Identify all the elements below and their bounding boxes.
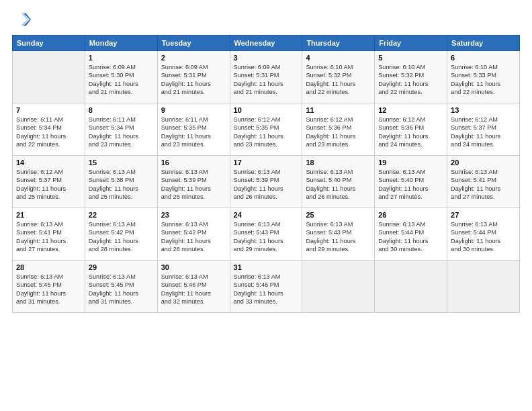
calendar-cell: 23Sunrise: 6:13 AM Sunset: 5:42 PM Dayli… [157, 208, 230, 261]
calendar-cell [13, 51, 85, 103]
weekday-sunday: Sunday [13, 36, 85, 51]
calendar-week-3: 14Sunrise: 6:12 AM Sunset: 5:37 PM Dayli… [13, 156, 520, 208]
day-number: 30 [161, 263, 226, 271]
calendar-cell: 1Sunrise: 6:09 AM Sunset: 5:30 PM Daylig… [85, 51, 157, 103]
calendar-cell: 27Sunrise: 6:13 AM Sunset: 5:44 PM Dayli… [447, 208, 520, 261]
day-info: Sunrise: 6:09 AM Sunset: 5:30 PM Dayligh… [89, 63, 154, 97]
day-number: 16 [161, 158, 226, 167]
day-info: Sunrise: 6:13 AM Sunset: 5:43 PM Dayligh… [306, 220, 371, 254]
day-info: Sunrise: 6:12 AM Sunset: 5:37 PM Dayligh… [16, 168, 81, 201]
day-info: Sunrise: 6:13 AM Sunset: 5:42 PM Dayligh… [89, 220, 154, 254]
day-number: 29 [89, 263, 154, 271]
day-info: Sunrise: 6:13 AM Sunset: 5:46 PM Dayligh… [161, 273, 226, 306]
day-info: Sunrise: 6:13 AM Sunset: 5:40 PM Dayligh… [378, 168, 443, 201]
calendar-cell: 25Sunrise: 6:13 AM Sunset: 5:43 PM Dayli… [302, 208, 375, 261]
calendar-cell: 29Sunrise: 6:13 AM Sunset: 5:45 PM Dayli… [85, 261, 157, 313]
day-info: Sunrise: 6:13 AM Sunset: 5:40 PM Dayligh… [306, 168, 371, 201]
day-info: Sunrise: 6:12 AM Sunset: 5:37 PM Dayligh… [451, 116, 516, 149]
weekday-tuesday: Tuesday [157, 36, 230, 51]
day-number: 10 [234, 106, 299, 114]
calendar-week-1: 1Sunrise: 6:09 AM Sunset: 5:30 PM Daylig… [13, 51, 520, 103]
calendar-cell: 5Sunrise: 6:10 AM Sunset: 5:32 PM Daylig… [375, 51, 447, 103]
logo [12, 11, 34, 30]
calendar-cell: 7Sunrise: 6:11 AM Sunset: 5:34 PM Daylig… [13, 103, 85, 156]
day-number: 2 [161, 54, 226, 62]
calendar-cell: 30Sunrise: 6:13 AM Sunset: 5:46 PM Dayli… [157, 261, 230, 313]
day-number: 5 [378, 54, 443, 62]
day-info: Sunrise: 6:13 AM Sunset: 5:45 PM Dayligh… [16, 273, 81, 306]
day-info: Sunrise: 6:12 AM Sunset: 5:35 PM Dayligh… [234, 116, 299, 149]
calendar-cell [447, 261, 520, 313]
calendar-header: SundayMondayTuesdayWednesdayThursdayFrid… [13, 36, 520, 51]
day-info: Sunrise: 6:13 AM Sunset: 5:43 PM Dayligh… [234, 220, 299, 254]
calendar-cell: 6Sunrise: 6:10 AM Sunset: 5:33 PM Daylig… [447, 51, 520, 103]
calendar-cell: 10Sunrise: 6:12 AM Sunset: 5:35 PM Dayli… [230, 103, 302, 156]
day-info: Sunrise: 6:12 AM Sunset: 5:36 PM Dayligh… [378, 116, 443, 149]
day-number: 15 [89, 158, 154, 167]
day-number: 13 [451, 106, 516, 114]
calendar-cell: 8Sunrise: 6:11 AM Sunset: 5:34 PM Daylig… [85, 103, 157, 156]
calendar-week-2: 7Sunrise: 6:11 AM Sunset: 5:34 PM Daylig… [13, 103, 520, 156]
day-info: Sunrise: 6:13 AM Sunset: 5:41 PM Dayligh… [451, 168, 516, 201]
calendar-cell: 13Sunrise: 6:12 AM Sunset: 5:37 PM Dayli… [447, 103, 520, 156]
day-info: Sunrise: 6:13 AM Sunset: 5:39 PM Dayligh… [161, 168, 226, 201]
calendar-cell: 16Sunrise: 6:13 AM Sunset: 5:39 PM Dayli… [157, 156, 230, 208]
day-info: Sunrise: 6:11 AM Sunset: 5:35 PM Dayligh… [161, 116, 226, 149]
day-number: 31 [234, 263, 299, 271]
day-number: 8 [89, 106, 154, 114]
weekday-thursday: Thursday [302, 36, 375, 51]
day-number: 28 [16, 263, 81, 271]
day-number: 22 [89, 211, 154, 219]
day-number: 25 [306, 211, 371, 219]
weekday-saturday: Saturday [447, 36, 520, 51]
day-number: 18 [306, 158, 371, 167]
day-info: Sunrise: 6:13 AM Sunset: 5:38 PM Dayligh… [89, 168, 154, 201]
day-number: 23 [161, 211, 226, 219]
day-info: Sunrise: 6:10 AM Sunset: 5:32 PM Dayligh… [306, 63, 371, 97]
calendar-cell: 28Sunrise: 6:13 AM Sunset: 5:45 PM Dayli… [13, 261, 85, 313]
day-number: 12 [378, 106, 443, 114]
calendar-cell: 15Sunrise: 6:13 AM Sunset: 5:38 PM Dayli… [85, 156, 157, 208]
calendar-cell: 3Sunrise: 6:09 AM Sunset: 5:31 PM Daylig… [230, 51, 302, 103]
day-number: 14 [16, 158, 81, 167]
day-info: Sunrise: 6:13 AM Sunset: 5:45 PM Dayligh… [89, 273, 154, 306]
day-info: Sunrise: 6:10 AM Sunset: 5:33 PM Dayligh… [451, 63, 516, 97]
day-number: 7 [16, 106, 81, 114]
day-number: 3 [234, 54, 299, 62]
day-info: Sunrise: 6:13 AM Sunset: 5:42 PM Dayligh… [161, 220, 226, 254]
day-info: Sunrise: 6:13 AM Sunset: 5:39 PM Dayligh… [234, 168, 299, 201]
day-info: Sunrise: 6:09 AM Sunset: 5:31 PM Dayligh… [161, 63, 226, 97]
calendar-week-4: 21Sunrise: 6:13 AM Sunset: 5:41 PM Dayli… [13, 208, 520, 261]
calendar-cell: 20Sunrise: 6:13 AM Sunset: 5:41 PM Dayli… [447, 156, 520, 208]
day-number: 17 [234, 158, 299, 167]
calendar-cell: 21Sunrise: 6:13 AM Sunset: 5:41 PM Dayli… [13, 208, 85, 261]
calendar-cell: 12Sunrise: 6:12 AM Sunset: 5:36 PM Dayli… [375, 103, 447, 156]
calendar-cell: 11Sunrise: 6:12 AM Sunset: 5:36 PM Dayli… [302, 103, 375, 156]
header [12, 11, 520, 30]
day-number: 24 [234, 211, 299, 219]
calendar-cell: 4Sunrise: 6:10 AM Sunset: 5:32 PM Daylig… [302, 51, 375, 103]
calendar-cell: 24Sunrise: 6:13 AM Sunset: 5:43 PM Dayli… [230, 208, 302, 261]
calendar-body: 1Sunrise: 6:09 AM Sunset: 5:30 PM Daylig… [13, 51, 520, 313]
day-info: Sunrise: 6:11 AM Sunset: 5:34 PM Dayligh… [16, 116, 81, 149]
day-number: 20 [451, 158, 516, 167]
weekday-monday: Monday [85, 36, 157, 51]
calendar-cell [375, 261, 447, 313]
day-number: 4 [306, 54, 371, 62]
calendar-cell: 2Sunrise: 6:09 AM Sunset: 5:31 PM Daylig… [157, 51, 230, 103]
day-info: Sunrise: 6:09 AM Sunset: 5:31 PM Dayligh… [234, 63, 299, 97]
calendar-cell: 31Sunrise: 6:13 AM Sunset: 5:46 PM Dayli… [230, 261, 302, 313]
day-info: Sunrise: 6:13 AM Sunset: 5:46 PM Dayligh… [234, 273, 299, 306]
day-info: Sunrise: 6:11 AM Sunset: 5:34 PM Dayligh… [89, 116, 154, 149]
logo-icon [12, 11, 31, 30]
calendar-table: SundayMondayTuesdayWednesdayThursdayFrid… [12, 35, 520, 313]
day-number: 11 [306, 106, 371, 114]
day-info: Sunrise: 6:12 AM Sunset: 5:36 PM Dayligh… [306, 116, 371, 149]
weekday-header-row: SundayMondayTuesdayWednesdayThursdayFrid… [13, 36, 520, 51]
calendar-cell [302, 261, 375, 313]
calendar-week-5: 28Sunrise: 6:13 AM Sunset: 5:45 PM Dayli… [13, 261, 520, 313]
weekday-wednesday: Wednesday [230, 36, 302, 51]
calendar-cell: 18Sunrise: 6:13 AM Sunset: 5:40 PM Dayli… [302, 156, 375, 208]
calendar-cell: 26Sunrise: 6:13 AM Sunset: 5:44 PM Dayli… [375, 208, 447, 261]
day-info: Sunrise: 6:13 AM Sunset: 5:44 PM Dayligh… [378, 220, 443, 254]
